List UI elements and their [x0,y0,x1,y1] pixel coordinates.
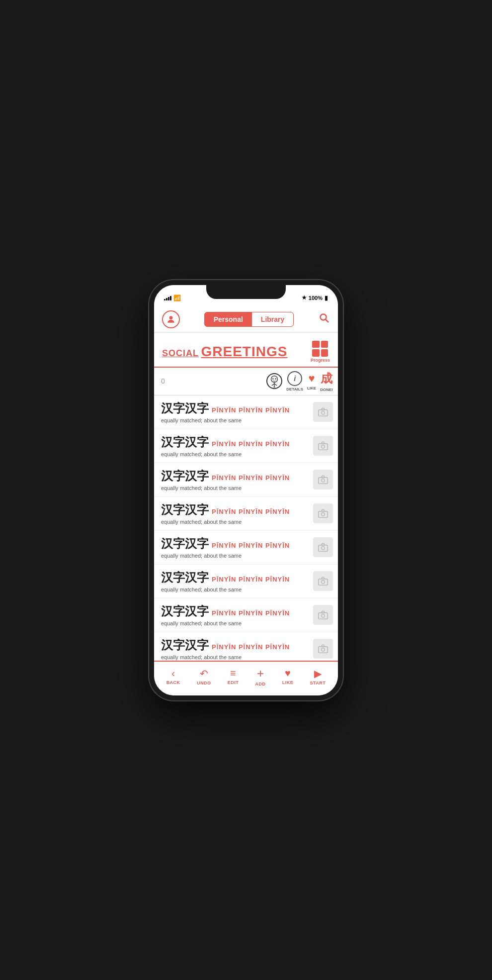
camera-icon[interactable] [313,503,333,523]
add-icon: + [257,667,264,681]
profile-button[interactable] [162,310,180,328]
word-item[interactable]: 汉字汉字 PĪNYĪN PĪNYĪN PĪNYĪN equally matche… [154,565,338,598]
svg-line-7 [272,384,274,386]
word-main: 汉字汉字 PĪNYĪN PĪNYĪN PĪNYĪN [161,468,309,484]
camera-icon[interactable] [313,470,333,490]
word-pinyin: PĪNYĪN PĪNYĪN PĪNYĪN [212,440,290,448]
word-content: 汉字汉字 PĪNYĪN PĪNYĪN PĪNYĪN equally matche… [161,502,309,525]
word-meaning: equally matched; about the same [161,620,309,626]
svg-point-1 [320,314,326,320]
top-nav: Personal Library [154,307,338,333]
camera-icon[interactable] [313,537,333,557]
phone-screen: 📶 ★ 100% ▮ Personal Library [154,285,338,695]
word-meaning: equally matched; about the same [161,451,309,457]
word-main: 汉字汉字 PĪNYĪN PĪNYĪN PĪNYĪN [161,434,309,450]
back-label: BACK [166,680,180,685]
camera-icon[interactable] [313,639,333,659]
like-label: LIKE [307,386,316,391]
word-main: 汉字汉字 PĪNYĪN PĪNYĪN PĪNYĪN [161,502,309,518]
word-main: 汉字汉字 PĪNYĪN PĪNYĪN PĪNYĪN [161,603,309,619]
svg-point-24 [322,614,325,617]
word-content: 汉字汉字 PĪNYĪN PĪNYĪN PĪNYĪN equally matche… [161,434,309,457]
status-right: ★ 100% ▮ [302,294,328,301]
like-toolbar-button[interactable]: ♥ LIKE [282,668,294,685]
word-meaning: equally matched; about the same [161,485,309,491]
svg-line-8 [274,384,277,386]
word-pinyin: PĪNYĪN PĪNYĪN PĪNYĪN [212,576,290,583]
edit-button[interactable]: ≡ EDIT [228,668,239,685]
word-meaning: equally matched; about the same [161,417,309,423]
word-item[interactable]: 汉字汉字 PĪNYĪN PĪNYĪN PĪNYĪN equally matche… [154,429,338,463]
word-list: 汉字汉字 PĪNYĪN PĪNYĪN PĪNYĪN equally matche… [154,395,338,661]
action-icons: i DETAILS ♥ LIKE 成 DONE! [266,371,333,392]
svg-point-0 [169,316,173,319]
edit-label: EDIT [228,680,239,685]
filter-bar: 0 [154,368,338,395]
done-icon: 成 [321,371,332,387]
word-content: 汉字汉字 PĪNYĪN PĪNYĪN PĪNYĪN equally matche… [161,637,309,660]
phone-frame: 📶 ★ 100% ▮ Personal Library [149,280,343,700]
svg-point-14 [322,445,325,448]
search-button[interactable] [318,312,330,327]
deck-header: SOCIAL GREETINGS Progress [154,333,338,368]
camera-icon[interactable] [313,436,333,456]
word-hanzi: 汉字汉字 [161,434,209,450]
details-label: DETAILS [286,387,303,392]
svg-line-10 [274,387,276,388]
camera-icon[interactable] [313,571,333,591]
word-main: 汉字汉字 PĪNYĪN PĪNYĪN PĪNYĪN [161,536,309,552]
svg-point-16 [322,479,325,482]
word-item[interactable]: 汉字汉字 PĪNYĪN PĪNYĪN PĪNYĪN equally matche… [154,632,338,661]
back-button[interactable]: ‹ BACK [166,668,180,685]
done-button[interactable]: 成 DONE! [320,371,333,392]
word-meaning: equally matched; about the same [161,587,309,592]
undo-button[interactable]: ↶ UNDO [197,668,211,686]
word-pinyin: PĪNYĪN PĪNYĪN PĪNYĪN [212,542,290,549]
svg-point-22 [322,580,325,584]
add-button[interactable]: + ADD [255,667,265,686]
word-content: 汉字汉字 PĪNYĪN PĪNYĪN PĪNYĪN equally matche… [161,603,309,626]
word-item[interactable]: 汉字汉字 PĪNYĪN PĪNYĪN PĪNYĪN equally matche… [154,497,338,531]
bluetooth-icon: ★ [302,294,307,301]
start-label: START [310,681,326,686]
word-main: 汉字汉字 PĪNYĪN PĪNYĪN PĪNYĪN [161,400,309,416]
word-content: 汉字汉字 PĪNYĪN PĪNYĪN PĪNYĪN equally matche… [161,536,309,559]
word-pinyin: PĪNYĪN PĪNYĪN PĪNYĪN [212,406,290,414]
progress-grid [312,341,328,357]
undo-icon: ↶ [200,668,208,680]
word-content: 汉字汉字 PĪNYĪN PĪNYĪN PĪNYĪN equally matche… [161,468,309,491]
word-item[interactable]: 汉字汉字 PĪNYĪN PĪNYĪN PĪNYĪN equally matche… [154,463,338,497]
status-left: 📶 [164,294,181,301]
svg-line-2 [326,319,328,322]
content-area: SOCIAL GREETINGS Progress [154,333,338,661]
word-main: 汉字汉字 PĪNYĪN PĪNYĪN PĪNYĪN [161,570,309,586]
details-button[interactable]: i DETAILS [286,371,303,392]
signal-bars [164,295,171,300]
word-meaning: equally matched; about the same [161,553,309,559]
word-hanzi: 汉字汉字 [161,603,209,619]
like-button[interactable]: ♥ LIKE [307,372,316,391]
progress-label: Progress [311,358,330,363]
camera-icon[interactable] [313,402,333,422]
word-meaning: equally matched; about the same [161,519,309,525]
segment-control: Personal Library [204,312,294,327]
progress-button[interactable]: Progress [311,341,330,363]
svg-point-5 [275,378,277,380]
word-item[interactable]: 汉字汉字 PĪNYĪN PĪNYĪN PĪNYĪN equally matche… [154,598,338,632]
mascot-icon-button[interactable] [266,373,282,389]
battery-icon: ▮ [325,294,328,301]
wifi-icon: 📶 [173,294,181,301]
word-hanzi: 汉字汉字 [161,570,209,586]
battery-percent: 100% [309,295,323,301]
word-pinyin: PĪNYĪN PĪNYĪN PĪNYĪN [212,643,290,651]
start-icon: ▶ [314,668,322,680]
camera-icon[interactable] [313,605,333,625]
word-item[interactable]: 汉字汉字 PĪNYĪN PĪNYĪN PĪNYĪN equally matche… [154,395,338,429]
filter-input[interactable]: 0 [159,376,266,386]
start-button[interactable]: ▶ START [310,668,326,686]
segment-library[interactable]: Library [252,312,293,326]
back-icon: ‹ [171,668,175,679]
word-content: 汉字汉字 PĪNYĪN PĪNYĪN PĪNYĪN equally matche… [161,570,309,592]
word-item[interactable]: 汉字汉字 PĪNYĪN PĪNYĪN PĪNYĪN equally matche… [154,531,338,565]
segment-personal[interactable]: Personal [205,312,252,326]
